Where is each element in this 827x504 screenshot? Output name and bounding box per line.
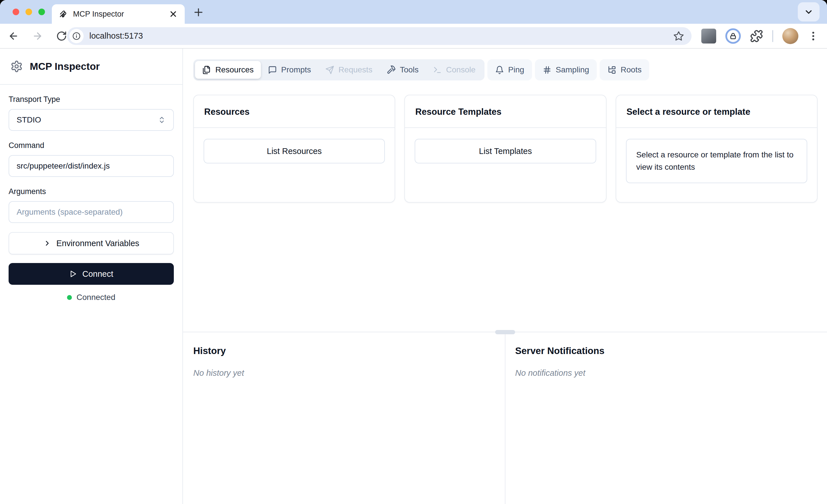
tab-resources[interactable]: Resources [195,61,261,79]
notifications-title: Server Notifications [515,345,816,356]
chevron-down-icon [804,7,814,17]
app-title: MCP Inspector [30,61,100,72]
files-icon [202,65,211,74]
browser-tab-title: MCP Inspector [73,10,163,18]
tab-close-icon[interactable] [169,9,178,18]
tab-label: Console [446,65,476,74]
terminal-icon [433,65,442,74]
tab-search-button[interactable] [798,2,820,21]
tab-label: Ping [508,65,524,74]
toolbar-divider [772,30,773,42]
browser-menu-icon[interactable] [808,30,819,42]
arguments-label: Arguments [9,187,174,196]
browser-tab[interactable]: MCP Inspector [52,4,185,24]
extensions-puzzle-icon[interactable] [750,30,763,43]
play-icon [69,270,77,278]
resource-templates-card-body: List Templates [405,128,605,182]
browser-tabstrip: MCP Inspector [0,0,827,24]
tab-group: Resources Prompts Requests Tools [193,59,485,81]
list-resources-button[interactable]: List Resources [204,139,385,163]
site-info-button[interactable] [69,29,84,43]
cards-row: Resources List Resources Resource Templa… [193,95,818,203]
environment-variables-button[interactable]: Environment Variables [9,232,174,254]
reload-icon[interactable] [56,31,67,42]
back-icon[interactable] [8,31,19,42]
chevron-right-icon [43,239,51,247]
tab-ping[interactable]: Ping [487,59,532,81]
close-window-button[interactable] [13,9,19,15]
selection-card-title: Select a resource or template [627,107,750,117]
send-icon [325,65,334,74]
address-bar[interactable]: localhost:5173 [67,27,691,45]
forward-icon[interactable] [32,31,43,42]
selection-card-body: Select a resource or template from the l… [616,128,817,202]
bottom-panels: History No history yet Server Notificati… [183,332,827,504]
sidebar-header: MCP Inspector [0,49,182,85]
info-icon [72,32,81,40]
resources-card-header: Resources [194,95,395,128]
tab-label: Prompts [281,65,311,74]
profile-avatar[interactable] [782,28,798,44]
resource-templates-card-title: Resource Templates [415,107,501,117]
tab-tools[interactable]: Tools [379,61,426,79]
connect-button[interactable]: Connect [9,263,174,285]
browser-toolbar: localhost:5173 [0,24,827,49]
lock-icon [729,32,737,40]
transport-type-select[interactable]: STDIO [9,109,174,131]
resources-card-title: Resources [204,107,250,117]
window-controls [13,9,45,15]
new-tab-button[interactable] [192,6,204,18]
mcp-inspector-app: MCP Inspector Transport Type STDIO Comma… [0,49,827,504]
history-title: History [193,345,493,356]
tab-label: Resources [215,65,254,74]
command-input[interactable] [9,155,174,177]
zoom-window-button[interactable] [38,9,45,15]
message-square-icon [268,65,277,74]
bookmark-star-icon[interactable] [673,31,684,42]
connection-status: Connected [9,293,174,302]
command-label: Command [9,141,174,150]
password-manager-icon[interactable] [725,28,741,44]
resources-card: Resources List Resources [193,95,395,203]
chevrons-up-down-icon [158,116,166,124]
tab-bar: Resources Prompts Requests Tools [193,59,818,81]
selection-card: Select a resource or template Select a r… [616,95,818,203]
tab-sampling[interactable]: Sampling [535,59,597,81]
browser-window: MCP Inspector localhost:5173 [0,0,827,504]
hammer-icon [387,65,395,74]
list-templates-button[interactable]: List Templates [415,139,596,163]
tab-console[interactable]: Console [426,61,483,79]
tab-roots[interactable]: Roots [600,59,649,81]
resources-card-body: List Resources [194,128,395,182]
tab-label: Roots [621,65,641,74]
history-empty-text: No history yet [193,368,493,378]
environment-variables-label: Environment Variables [56,239,140,248]
tab-prompts[interactable]: Prompts [261,61,318,79]
selection-placeholder-box: Select a resource or template from the l… [626,139,807,183]
minimize-window-button[interactable] [26,9,32,15]
mcp-favicon-icon [59,9,68,18]
sidebar: MCP Inspector Transport Type STDIO Comma… [0,49,183,504]
selection-card-header: Select a resource or template [616,95,817,128]
resource-templates-card: Resource Templates List Templates [404,95,606,203]
tab-label: Tools [400,65,419,74]
transport-type-label: Transport Type [9,95,174,104]
tab-requests[interactable]: Requests [318,61,379,79]
notifications-panel: Server Notifications No notifications ye… [505,332,827,504]
resource-templates-card-header: Resource Templates [405,95,605,128]
extension-photo-icon[interactable] [701,29,716,44]
arguments-input[interactable] [9,201,174,223]
hash-icon [543,65,551,74]
main-top: Resources Prompts Requests Tools [183,49,827,332]
url-text[interactable]: localhost:5173 [89,31,143,41]
notifications-empty-text: No notifications yet [515,368,816,378]
tab-label: Requests [338,65,372,74]
status-label: Connected [77,293,115,302]
connect-label: Connect [82,269,113,279]
status-dot-icon [67,295,72,300]
resize-handle[interactable] [495,330,515,334]
bell-icon [495,65,504,74]
transport-type-value: STDIO [16,115,41,124]
history-panel: History No history yet [183,332,505,504]
extensions-area [701,28,819,44]
